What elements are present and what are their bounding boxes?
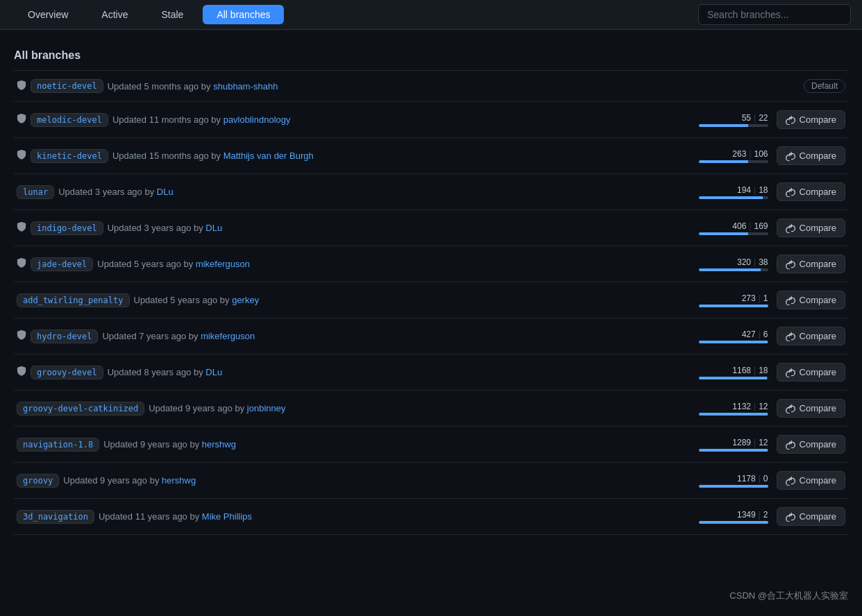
ahead-count: 194 [737, 185, 751, 195]
branch-meta: Updated 5 months ago by shubham-shahh [108, 81, 278, 92]
ahead-count: 1132 [732, 402, 751, 411]
branch-meta: Updated 7 years ago by mikeferguson [102, 331, 255, 341]
branch-name-tag[interactable]: lunar [17, 185, 54, 199]
watermark: CSDN @合工大机器人实验室 [729, 590, 848, 602]
tab-active[interactable]: Active [85, 2, 144, 27]
bar-behind [768, 449, 768, 452]
bar-ahead [699, 196, 763, 199]
compare-button[interactable]: Compare [777, 471, 845, 490]
ahead-count: 263 [732, 149, 746, 159]
table-row: noetic-develUpdated 5 months ago by shub… [14, 71, 848, 102]
compare-button[interactable]: Compare [777, 399, 845, 418]
ahead-count: 1168 [732, 366, 751, 375]
ahead-count: 427 [742, 330, 756, 339]
author-link[interactable]: hershwg [202, 439, 236, 450]
branch-name-tag[interactable]: indigo-devel [31, 221, 103, 235]
table-row: lunarUpdated 3 years ago by DLu194|18Com… [14, 174, 848, 210]
divider: | [759, 510, 761, 520]
branch-name-tag[interactable]: 3d_navigation [17, 510, 94, 524]
divider: | [754, 366, 756, 375]
search-input[interactable] [698, 4, 851, 25]
progress-bar [699, 196, 768, 199]
ahead-count: 320 [737, 257, 751, 267]
author-link[interactable]: pavloblindnology [223, 114, 291, 125]
progress-bar [699, 268, 768, 271]
author-link[interactable]: mikeferguson [196, 259, 250, 269]
ahead-count: 273 [742, 293, 756, 303]
author-link[interactable]: DLu [205, 367, 222, 377]
compare-button[interactable]: Compare [777, 291, 845, 309]
branch-name-tag[interactable]: kinetic-devel [31, 149, 108, 163]
bar-behind [748, 232, 768, 235]
tab-all-branches[interactable]: All branches [203, 5, 284, 24]
branch-name-tag[interactable]: add_twirling_penalty [17, 293, 130, 307]
behind-count: 12 [759, 438, 768, 447]
branch-name-tag[interactable]: hydro-devel [31, 330, 98, 343]
divider: | [754, 257, 756, 267]
branch-meta: Updated 9 years ago by hershwg [103, 439, 236, 450]
divider: | [754, 438, 756, 447]
behind-count: 18 [759, 366, 768, 375]
divider: | [759, 330, 761, 339]
behind-count: 6 [763, 330, 768, 339]
author-link[interactable]: DLu [205, 223, 222, 233]
branch-meta: Updated 9 years ago by jonbinney [149, 403, 285, 413]
table-row: kinetic-develUpdated 15 months ago by Ma… [14, 138, 848, 174]
branch-name-tag[interactable]: groovy-devel-catkinized [17, 402, 144, 416]
bar-ahead [699, 232, 748, 235]
branch-name-tag[interactable]: navigation-1.8 [17, 438, 99, 452]
author-link[interactable]: Matthijs van der Burgh [223, 151, 314, 161]
main-content: All branches noetic-develUpdated 5 month… [0, 30, 862, 546]
table-row: groovyUpdated 9 years ago by hershwg1178… [14, 463, 848, 499]
compare-button[interactable]: Compare [777, 507, 845, 526]
author-link[interactable]: jonbinney [247, 403, 286, 413]
progress-bar [699, 377, 768, 379]
branch-name-tag[interactable]: melodic-devel [31, 113, 108, 127]
bar-ahead [699, 377, 767, 379]
ahead-count: 1349 [737, 510, 756, 520]
behind-count: 169 [754, 221, 768, 231]
branch-meta: Updated 9 years ago by hershwg [63, 475, 196, 486]
author-link[interactable]: Mike Phillips [202, 511, 252, 522]
author-link[interactable]: hershwg [162, 475, 196, 486]
tab-overview[interactable]: Overview [11, 2, 85, 27]
shield-icon [17, 222, 26, 234]
author-link[interactable]: mikeferguson [201, 331, 255, 341]
bar-ahead [699, 160, 748, 163]
compare-button[interactable]: Compare [777, 146, 845, 165]
branch-meta: Updated 3 years ago by DLu [58, 187, 174, 197]
shield-icon [17, 114, 26, 126]
progress-bar [699, 305, 768, 307]
compare-button[interactable]: Compare [777, 219, 845, 237]
divider: | [759, 474, 761, 484]
behind-count: 38 [759, 257, 768, 267]
tab-stale[interactable]: Stale [144, 2, 200, 27]
bar-behind [748, 124, 768, 127]
bar-ahead [699, 413, 768, 416]
behind-count: 12 [759, 402, 768, 411]
compare-button[interactable]: Compare [777, 182, 845, 201]
branch-name-tag[interactable]: groovy-devel [31, 366, 103, 379]
branch-name-tag[interactable]: groovy [17, 474, 59, 488]
behind-count: 2 [763, 510, 768, 520]
compare-button[interactable]: Compare [777, 255, 845, 273]
progress-bar [699, 485, 768, 488]
table-row: melodic-develUpdated 11 months ago by pa… [14, 102, 848, 138]
branch-meta: Updated 5 years ago by gerkey [134, 295, 260, 305]
compare-button[interactable]: Compare [777, 327, 845, 345]
author-link[interactable]: DLu [157, 187, 174, 197]
compare-button[interactable]: Compare [777, 435, 845, 454]
bar-behind [763, 196, 768, 199]
branch-name-tag[interactable]: jade-devel [31, 257, 93, 271]
compare-button[interactable]: Compare [777, 110, 845, 129]
compare-button[interactable]: Compare [777, 363, 845, 382]
author-link[interactable]: gerkey [232, 295, 259, 305]
bar-ahead [699, 124, 748, 127]
shield-icon [17, 366, 26, 378]
tab-bar: Overview Active Stale All branches [0, 0, 862, 30]
table-row: indigo-develUpdated 3 years ago by DLu40… [14, 210, 848, 246]
bar-behind [768, 341, 768, 343]
bar-behind [767, 377, 768, 379]
author-link[interactable]: shubham-shahh [213, 81, 278, 92]
branch-name-tag[interactable]: noetic-devel [31, 79, 103, 93]
